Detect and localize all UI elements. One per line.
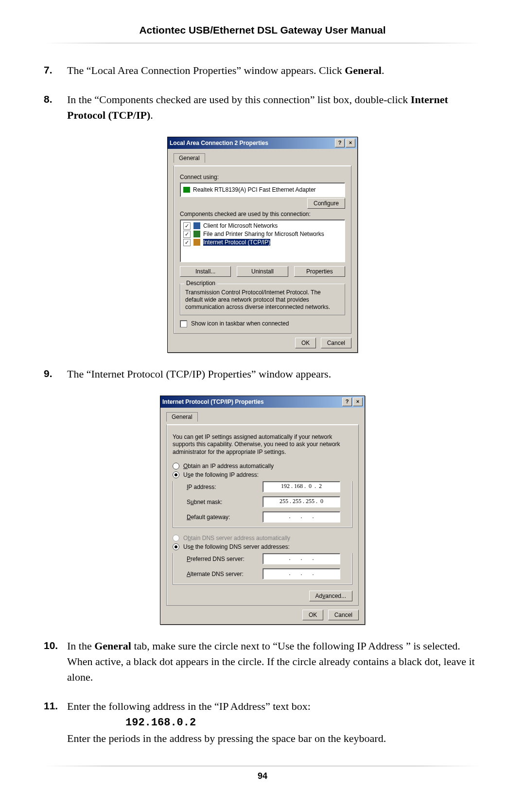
advanced-button[interactable]: Advanced... xyxy=(309,591,352,601)
share-icon xyxy=(193,231,200,237)
page-header-title: Actiontec USB/Ethernet DSL Gateway User … xyxy=(44,24,481,36)
alternate-dns-label: Alternate DNS server: xyxy=(187,571,255,577)
radio-label: Use the following DNS server addresses: xyxy=(183,543,290,550)
lan-properties-dialog: Local Area Connection 2 Properties ? × G… xyxy=(167,137,358,353)
step-text: In the xyxy=(67,640,94,652)
ok-button[interactable]: OK xyxy=(302,610,323,620)
cancel-button[interactable]: Cancel xyxy=(321,338,351,348)
radio-obtain-dns: Obtain DNS server address automatically xyxy=(173,535,352,541)
window-title: Local Area Connection 2 Properties xyxy=(170,140,334,146)
step-text: Enter the following address in the “IP A… xyxy=(67,700,311,712)
nic-icon xyxy=(183,187,190,193)
help-button[interactable]: ? xyxy=(335,139,345,147)
step-number: 11. xyxy=(44,699,67,746)
default-gateway-input[interactable]: . . . xyxy=(262,511,340,523)
client-icon xyxy=(193,222,200,229)
radio-label: Use the following IP address: xyxy=(183,471,259,478)
default-gateway-label: Default gateway: xyxy=(187,514,255,521)
component-label: File and Printer Sharing for Microsoft N… xyxy=(203,231,324,237)
ip-fieldset: IP address: 192 . 168 . 0 . 2 Subnet mas… xyxy=(173,481,352,528)
ip-address-label: IP address: xyxy=(187,484,255,490)
radio-selected-icon[interactable] xyxy=(173,543,179,550)
protocol-icon xyxy=(193,239,200,246)
step-text: The “Local Area Connection Properties” w… xyxy=(67,64,345,76)
radio-label: Obtain an IP address automatically xyxy=(183,463,274,469)
component-label: Client for Microsoft Networks xyxy=(203,222,278,229)
step-bold: General xyxy=(345,64,382,76)
radio-obtain-ip[interactable]: Obtain an IP address automatically xyxy=(173,463,352,469)
header-divider xyxy=(44,43,481,43)
adapter-name: Realtek RTL8139(A) PCI Fast Ethernet Ada… xyxy=(193,186,316,193)
adapter-field: Realtek RTL8139(A) PCI Fast Ethernet Ada… xyxy=(180,182,345,197)
ok-button[interactable]: OK xyxy=(295,338,316,348)
preferred-dns-input[interactable]: . . . xyxy=(262,553,340,564)
checkbox-checked-icon[interactable]: ✓ xyxy=(183,239,191,246)
ip-code: 192.168.0.2 xyxy=(125,715,196,731)
step-text: . xyxy=(382,64,385,76)
ip-address-input[interactable]: 192 . 168 . 0 . 2 xyxy=(262,481,340,492)
info-text: You can get IP settings assigned automat… xyxy=(173,433,352,456)
components-listbox[interactable]: ✓ Client for Microsoft Networks ✓ File a… xyxy=(180,219,345,262)
step-text: . xyxy=(150,109,153,121)
checkbox-checked-icon[interactable]: ✓ xyxy=(183,231,191,238)
footer-divider xyxy=(44,766,481,766)
radio-use-dns[interactable]: Use the following DNS server addresses: xyxy=(173,543,352,550)
step-9: 9. The “Internet Protocol (TCP/IP) Prope… xyxy=(44,366,481,382)
close-button[interactable]: × xyxy=(346,139,355,147)
subnet-mask-label: Subnet mask: xyxy=(187,499,255,505)
checkbox-unchecked-icon[interactable] xyxy=(180,320,187,327)
step-11: 11. Enter the following address in the “… xyxy=(44,699,481,746)
step-10: 10. In the General tab, make sure the ci… xyxy=(44,638,481,685)
configure-button[interactable]: Configure xyxy=(307,198,345,209)
dns-fieldset: Preferred DNS server: . . . Alternate DN… xyxy=(173,553,352,585)
close-button[interactable]: × xyxy=(353,397,363,406)
step-7: 7. The “Local Area Connection Properties… xyxy=(44,63,481,78)
cancel-button[interactable]: Cancel xyxy=(328,610,359,620)
titlebar: Local Area Connection 2 Properties ? × xyxy=(168,137,357,149)
components-label: Components checked are used by this conn… xyxy=(180,211,345,217)
tab-general[interactable]: General xyxy=(174,153,205,163)
step-number: 7. xyxy=(44,63,67,78)
radio-label: Obtain DNS server address automatically xyxy=(183,535,290,541)
step-text: In the “Components checked are used by t… xyxy=(67,93,411,106)
radio-use-ip[interactable]: Use the following IP address: xyxy=(173,471,352,478)
step-bold: General xyxy=(94,640,131,652)
show-icon-label: Show icon in taskbar when connected xyxy=(191,320,289,327)
checkbox-checked-icon[interactable]: ✓ xyxy=(183,222,191,230)
tcpip-properties-dialog: Internet Protocol (TCP/IP) Properties ? … xyxy=(160,396,365,625)
install-button[interactable]: Install... xyxy=(180,266,231,277)
connect-using-label: Connect using: xyxy=(180,174,345,180)
radio-disabled-icon xyxy=(173,535,179,541)
step-text: The “Internet Protocol (TCP/IP) Properti… xyxy=(67,368,331,380)
window-title: Internet Protocol (TCP/IP) Properties xyxy=(162,398,341,405)
component-file-printer-sharing[interactable]: ✓ File and Printer Sharing for Microsoft… xyxy=(182,230,343,238)
alternate-dns-input[interactable]: . . . xyxy=(262,568,340,579)
description-groupbox: Description Transmission Control Protoco… xyxy=(180,284,345,315)
preferred-dns-label: Preferred DNS server: xyxy=(187,556,255,562)
show-icon-checkbox-row[interactable]: Show icon in taskbar when connected xyxy=(180,320,345,327)
page-number: 94 xyxy=(44,771,481,781)
uninstall-button[interactable]: Uninstall xyxy=(237,266,288,277)
subnet-mask-input[interactable]: 255 . 255 . 255 . 0 xyxy=(262,496,340,507)
component-label: Internet Protocol (TCP/IP) xyxy=(203,239,270,246)
step-8: 8. In the “Components checked are used b… xyxy=(44,92,481,123)
description-legend: Description xyxy=(184,280,217,287)
step-number: 8. xyxy=(44,92,67,123)
titlebar: Internet Protocol (TCP/IP) Properties ? … xyxy=(160,396,365,408)
properties-button[interactable]: Properties xyxy=(294,266,345,277)
help-button[interactable]: ? xyxy=(342,397,352,406)
radio-selected-icon[interactable] xyxy=(173,471,179,478)
step-text: Enter the periods in the address by pres… xyxy=(67,732,386,744)
tab-general[interactable]: General xyxy=(166,412,198,422)
radio-unselected-icon[interactable] xyxy=(173,463,179,469)
component-tcpip[interactable]: ✓ Internet Protocol (TCP/IP) xyxy=(182,238,343,247)
step-number: 10. xyxy=(44,638,67,685)
component-client[interactable]: ✓ Client for Microsoft Networks xyxy=(182,222,343,230)
step-number: 9. xyxy=(44,366,67,382)
description-text: Transmission Control Protocol/Internet P… xyxy=(185,289,340,311)
